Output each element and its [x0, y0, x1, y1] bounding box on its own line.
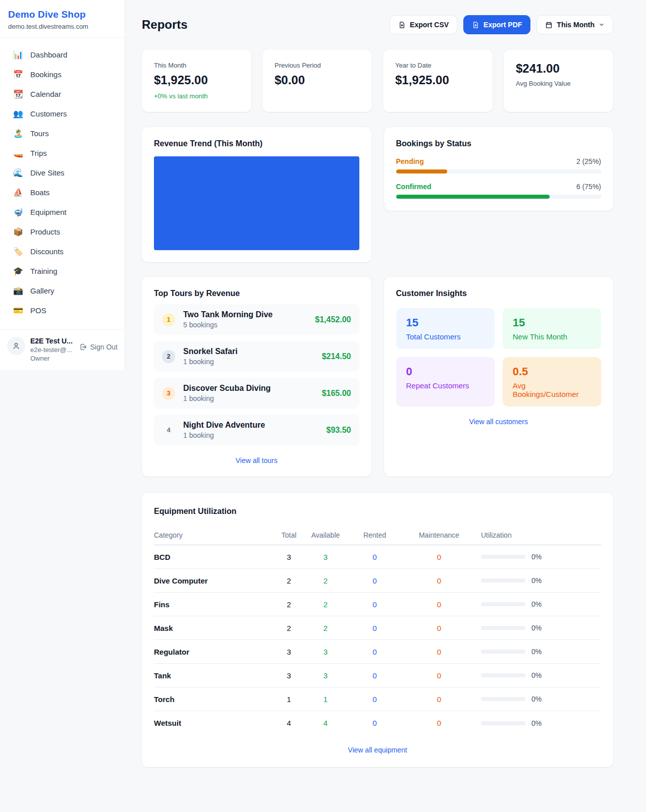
- export-csv-button[interactable]: Export CSV: [390, 15, 457, 34]
- chevron-down-icon: [599, 22, 605, 28]
- sign-out-button[interactable]: Sign Out: [79, 343, 118, 351]
- sidebar-item-label: Calendar: [30, 90, 61, 98]
- sidebar-item-products[interactable]: 📦 Products: [4, 222, 121, 242]
- equipment-category: Regulator: [154, 648, 275, 656]
- insight-value: 15: [406, 316, 484, 329]
- utilization-cell: 0%: [477, 576, 601, 585]
- equipment-available: 2: [303, 576, 348, 585]
- equipment-total: 4: [275, 719, 303, 727]
- customers-icon: 👥: [13, 109, 23, 119]
- sidebar-header: Demo Dive Shop demo.test.divestreams.com: [0, 0, 125, 38]
- utilization-bar: [481, 626, 525, 630]
- sidebar-item-trips[interactable]: 🚤 Trips: [4, 143, 121, 163]
- tour-revenue: $165.00: [322, 389, 351, 398]
- insight-label: Total Customers: [406, 332, 484, 341]
- customer-insights-card: Customer Insights 15 Total Customers 15 …: [384, 277, 614, 477]
- utilization-percent: 0%: [531, 576, 542, 585]
- rank-badge: 4: [162, 424, 175, 437]
- equipment-available: 3: [303, 648, 348, 656]
- utilization-bar: [481, 578, 525, 583]
- equipment-rented: 0: [348, 695, 401, 704]
- column-header-available: Available: [303, 531, 348, 539]
- equipment-maintenance: 0: [401, 624, 477, 632]
- utilization-bar: [481, 721, 525, 725]
- user-role: Owner: [30, 355, 74, 362]
- status-progress-track: [396, 195, 602, 199]
- sidebar-item-label: Tours: [30, 129, 49, 138]
- view-all-customers-link[interactable]: View all customers: [396, 418, 602, 426]
- equipment-total: 2: [275, 576, 303, 585]
- insight-value: 0.5: [513, 365, 591, 378]
- top-tours-card: Top Tours by Revenue 1 Two Tank Morning …: [142, 277, 371, 477]
- insight-label: New This Month: [513, 332, 591, 341]
- equipment-total: 3: [275, 648, 303, 656]
- tour-bookings: 1 booking: [183, 358, 314, 366]
- utilization-percent: 0%: [531, 719, 542, 727]
- rank-badge: 1: [162, 313, 175, 326]
- sidebar-item-pos[interactable]: 💳 POS: [4, 301, 121, 320]
- tour-bookings: 1 booking: [183, 431, 318, 439]
- sidebar-item-label: Bookings: [30, 70, 62, 79]
- utilization-bar: [481, 673, 525, 677]
- column-header-category: Category: [154, 531, 275, 539]
- sidebar: Demo Dive Shop demo.test.divestreams.com…: [0, 0, 125, 370]
- file-download-icon: [398, 21, 406, 29]
- sidebar-item-dive-sites[interactable]: 🌊 Dive Sites: [4, 163, 121, 183]
- sidebar-item-label: POS: [30, 306, 46, 315]
- tour-revenue: $93.50: [327, 426, 351, 435]
- period-label: This Month: [557, 21, 595, 29]
- table-row: Torch 1 1 0 0 0%: [154, 687, 601, 711]
- sidebar-user-footer: E2E Test U... e2e-tester@... Owner Sign …: [0, 329, 125, 370]
- equipment-maintenance: 0: [401, 719, 477, 727]
- sidebar-item-customers[interactable]: 👥 Customers: [4, 104, 121, 124]
- column-header-rented: Rented: [348, 531, 401, 539]
- sidebar-item-bookings[interactable]: 📅 Bookings: [4, 65, 121, 84]
- utilization-percent: 0%: [531, 553, 542, 561]
- utilization-percent: 0%: [531, 695, 542, 703]
- column-header-utilization: Utilization: [477, 531, 601, 539]
- user-name: E2E Test U...: [30, 337, 74, 345]
- insight-label: Repeat Customers: [406, 381, 484, 390]
- calendar-icon: 📆: [13, 89, 23, 99]
- period-dropdown[interactable]: This Month: [536, 15, 613, 34]
- user-info: E2E Test U... e2e-tester@... Owner: [30, 337, 74, 362]
- file-download-icon: [472, 21, 479, 29]
- status-progress-fill: [396, 169, 448, 173]
- stat-card-avg-booking-value: $241.00 Avg Booking Value: [504, 49, 613, 112]
- shop-domain: demo.test.divestreams.com: [8, 23, 117, 30]
- stat-value: $1,925.00: [154, 73, 239, 87]
- sidebar-item-calendar[interactable]: 📆 Calendar: [4, 84, 121, 104]
- table-row: BCD 3 3 0 0 0%: [154, 545, 601, 569]
- bookings-by-status-card: Bookings by Status Pending 2 (25%) Confi…: [384, 127, 614, 211]
- insight-tile-repeat-customers: 0 Repeat Customers: [396, 357, 495, 407]
- table-header-row: Category Total Available Rented Maintena…: [154, 525, 601, 545]
- sidebar-item-dashboard[interactable]: 📊 Dashboard: [4, 45, 121, 65]
- utilization-percent: 0%: [531, 624, 542, 632]
- equipment-total: 3: [275, 671, 303, 680]
- table-row: Wetsuit 4 4 0 0 0%: [154, 711, 601, 735]
- equipment-rented: 0: [348, 553, 401, 561]
- stat-label: Year to Date: [395, 62, 480, 69]
- tour-revenue: $214.50: [322, 352, 351, 361]
- avatar: [7, 337, 25, 355]
- table-row: Dive Computer 2 2 0 0 0%: [154, 569, 601, 593]
- equipment-category: Tank: [154, 671, 275, 680]
- export-pdf-button[interactable]: Export PDF: [463, 15, 530, 34]
- sidebar-item-equipment[interactable]: 🤿 Equipment: [4, 202, 121, 222]
- equipment-total: 2: [275, 600, 303, 609]
- stat-card-previous-period: Previous Period $0.00: [262, 49, 372, 112]
- sidebar-item-boats[interactable]: ⛵ Boats: [4, 183, 121, 202]
- view-all-tours-link[interactable]: View all tours: [154, 456, 359, 465]
- equipment-category: Dive Computer: [154, 576, 275, 585]
- view-all-equipment-link[interactable]: View all equipment: [154, 746, 601, 754]
- status-label: Pending: [396, 157, 424, 165]
- equipment-rented: 0: [348, 719, 401, 727]
- sidebar-item-training[interactable]: 🎓 Training: [4, 261, 121, 281]
- boats-icon: ⛵: [13, 188, 23, 197]
- equipment-available: 1: [303, 695, 348, 704]
- insight-value: 0: [406, 365, 484, 378]
- sidebar-item-discounts[interactable]: 🏷️ Discounts: [4, 242, 121, 261]
- equipment-available: 3: [303, 553, 348, 561]
- sidebar-item-tours[interactable]: 🏝️ Tours: [4, 124, 121, 143]
- sidebar-item-gallery[interactable]: 📸 Gallery: [4, 281, 121, 301]
